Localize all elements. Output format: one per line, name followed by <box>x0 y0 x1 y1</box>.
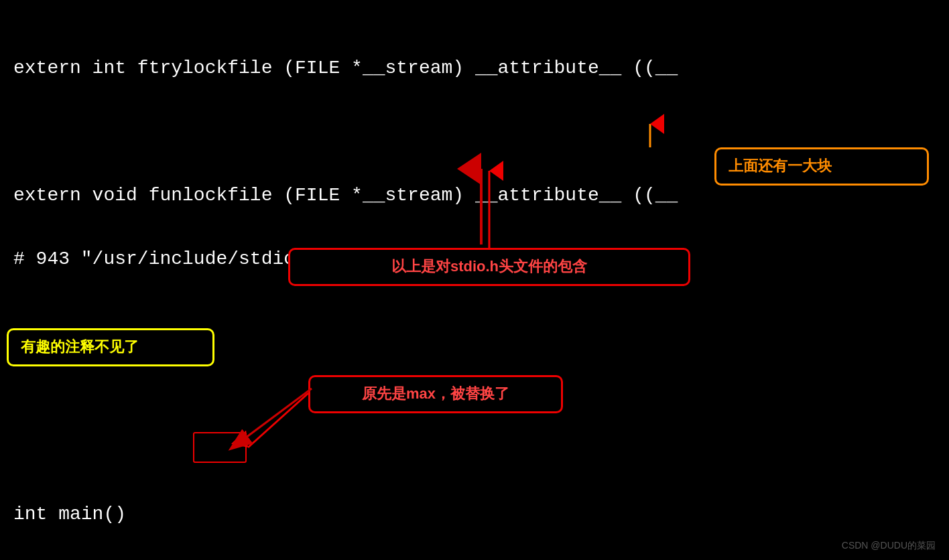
annotation-orange-top: 上面还有一大块 <box>714 147 929 186</box>
code-line-11: int main() <box>13 498 936 531</box>
highlight-100-box <box>193 432 247 463</box>
watermark: CSDN @DUDU的菜园 <box>842 540 936 552</box>
annotation-red-bottom: 原先是max，被替换了 <box>308 375 563 413</box>
annotation-red-middle: 以上是对stdio.h头文件的包含 <box>288 248 690 286</box>
annotation-yellow-left: 有趣的注释不见了 <box>7 328 214 366</box>
code-line-1: extern int ftrylockfile (FILE *__stream)… <box>13 52 936 84</box>
